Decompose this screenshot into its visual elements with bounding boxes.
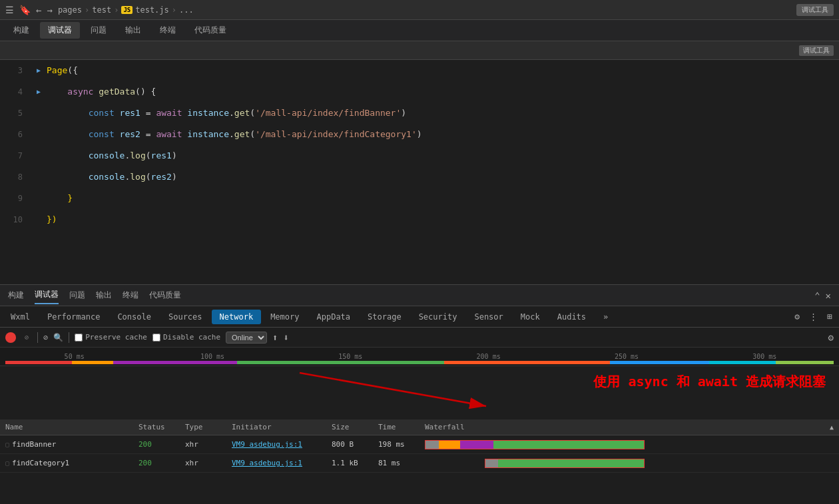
network-tab-performance[interactable]: Performance xyxy=(39,310,108,324)
row-findcategory1-status: 200 xyxy=(139,459,185,467)
network-tab-appdata[interactable]: AppData xyxy=(308,310,358,324)
preserve-cache-text: Preserve cache xyxy=(85,333,147,342)
toolbar-separator-2 xyxy=(69,332,69,343)
table-header: Name Status Type Initiator Size Time Wat… xyxy=(0,419,839,435)
row-findcategory1-name: ▢ findCategory1 xyxy=(5,459,139,467)
row-findbanner-type: xhr xyxy=(185,440,232,449)
table-row-findbanner[interactable]: ▢ findBanner 200 xhr VM9 asdebug.js:1 80… xyxy=(0,435,839,454)
more-options-icon[interactable]: ⋮ xyxy=(805,309,822,324)
tab-code-quality[interactable]: 代码质量 xyxy=(186,22,234,39)
row-findbanner-time: 198 ms xyxy=(378,440,425,449)
disable-cache-label[interactable]: Disable cache xyxy=(152,333,220,342)
breadcrumb-more[interactable]: ... xyxy=(179,5,194,15)
network-table: Name Status Type Initiator Size Time Wat… xyxy=(0,419,839,504)
panel-minimize-icon[interactable]: ⌃ xyxy=(814,290,820,301)
disable-cache-text: Disable cache xyxy=(163,333,220,342)
network-tab-more[interactable]: » xyxy=(595,310,616,324)
col-header-type: Type xyxy=(185,423,232,431)
upload-icon[interactable]: ⬆ xyxy=(272,332,278,343)
network-tab-mock[interactable]: Mock xyxy=(513,310,548,324)
network-tab-console[interactable]: Console xyxy=(109,310,159,324)
breadcrumb-pages[interactable]: pages xyxy=(58,5,82,15)
code-lines: 3 ▶ Page({ 4 ▶ async getData() { 5 const… xyxy=(0,60,839,230)
panel-close-icon[interactable]: ✕ xyxy=(826,290,831,301)
line-number-10: 10 xyxy=(0,209,33,230)
panel-tab-build[interactable]: 构建 xyxy=(8,287,24,304)
network-tab-sensor[interactable]: Sensor xyxy=(466,310,511,324)
editor-top-bar: 调试工具 xyxy=(0,41,839,60)
search-icon[interactable]: 🔍 xyxy=(53,333,63,342)
row-findcategory1-initiator[interactable]: VM9 asdebug.js:1 xyxy=(232,459,332,467)
network-tab-memory[interactable]: Memory xyxy=(262,310,307,324)
preserve-cache-label[interactable]: Preserve cache xyxy=(75,333,147,342)
preserve-cache-checkbox[interactable] xyxy=(75,334,83,342)
filter-icon[interactable]: ⊘ xyxy=(43,333,48,342)
line-marker-4[interactable]: ▶ xyxy=(33,81,44,103)
row-findcategory1-type: xhr xyxy=(185,459,232,467)
download-icon[interactable]: ⬇ xyxy=(283,332,288,343)
forward-icon[interactable]: → xyxy=(47,5,52,15)
panel-tab-issues[interactable]: 问题 xyxy=(69,287,85,304)
toolbar-gear-icon[interactable]: ⚙ xyxy=(828,332,834,343)
editor-top-badge: 调试工具 xyxy=(799,45,834,56)
line-content-6: const res2 = await instance.get('/mall-a… xyxy=(44,124,839,145)
breadcrumb-testjs[interactable]: test.js xyxy=(135,5,169,15)
network-tab-network[interactable]: Network xyxy=(212,310,262,324)
line-content-7: console.log(res1) xyxy=(44,145,839,166)
tab-terminal[interactable]: 终端 xyxy=(152,22,184,39)
code-line-10: 10 }) xyxy=(0,209,839,230)
code-line-6: 6 const res2 = await instance.get('/mall… xyxy=(0,124,839,145)
line-number-8: 8 xyxy=(0,166,33,188)
network-tab-sources[interactable]: Sources xyxy=(160,310,210,324)
timeline-100ms: 100 ms xyxy=(143,353,281,360)
dock-icon[interactable]: ⊞ xyxy=(823,309,836,324)
line-number-9: 9 xyxy=(0,188,33,209)
online-select[interactable]: Online xyxy=(226,332,267,344)
annotation-area: 使用 async 和 await 造成请求阻塞 xyxy=(0,366,839,419)
line-number-6: 6 xyxy=(0,124,33,145)
debugger-tabs-bar: 构建 调试器 问题 输出 终端 代码质量 xyxy=(0,20,839,41)
line-content-9: } xyxy=(44,188,839,209)
line-content-3: Page({ xyxy=(44,60,839,81)
network-tab-wxml[interactable]: Wxml xyxy=(3,310,38,324)
timeline-250ms: 250 ms xyxy=(557,353,695,360)
panel-tab-output[interactable]: 输出 xyxy=(96,287,112,304)
panel-tab-terminal[interactable]: 终端 xyxy=(123,287,139,304)
panel-header-actions: ⌃ ✕ xyxy=(814,290,831,301)
network-tab-audits[interactable]: Audits xyxy=(549,310,594,324)
line-number-5: 5 xyxy=(0,103,33,124)
code-line-7: 7 console.log(res1) xyxy=(0,145,839,166)
timeline-200ms: 200 ms xyxy=(420,353,557,360)
toolbar-separator-1 xyxy=(37,332,38,343)
line-marker-3[interactable]: ▶ xyxy=(33,60,44,81)
top-right-badge: 调试工具 xyxy=(796,4,834,16)
network-toolbar: ⊘ ⊘ 🔍 Preserve cache Disable cache Onlin… xyxy=(0,328,839,348)
col-header-initiator: Initiator xyxy=(232,423,332,431)
timeline-50ms: 50 ms xyxy=(5,353,143,360)
panel-tab-debugger[interactable]: 调试器 xyxy=(35,286,59,304)
network-tab-storage[interactable]: Storage xyxy=(360,310,410,324)
settings-icon[interactable]: ⚙ xyxy=(790,309,804,324)
row-findbanner-waterfall xyxy=(425,435,834,453)
tab-build[interactable]: 构建 xyxy=(5,22,37,39)
menu-icon[interactable]: ☰ xyxy=(5,5,14,15)
col-header-name: Name xyxy=(5,423,139,431)
stop-button[interactable]: ⊘ xyxy=(21,332,32,343)
tab-output[interactable]: 输出 xyxy=(117,22,149,39)
back-icon[interactable]: ← xyxy=(36,5,41,15)
disable-cache-checkbox[interactable] xyxy=(152,334,160,342)
tab-issues[interactable]: 问题 xyxy=(83,22,115,39)
table-row-findcategory1[interactable]: ▢ findCategory1 200 xhr VM9 asdebug.js:1… xyxy=(0,454,839,473)
line-content-10: }) xyxy=(44,209,839,230)
record-button[interactable] xyxy=(5,332,16,343)
waterfall-sort-icon[interactable]: ▲ xyxy=(830,423,834,431)
bookmark-icon[interactable]: 🔖 xyxy=(19,5,31,15)
breadcrumb-test[interactable]: test xyxy=(92,5,111,15)
panel-tab-code-quality[interactable]: 代码质量 xyxy=(149,287,181,304)
row-findbanner-initiator[interactable]: VM9 asdebug.js:1 xyxy=(232,440,332,449)
breadcrumb: pages › test › JS test.js › ... xyxy=(58,5,194,15)
js-file-icon: JS xyxy=(121,6,133,14)
row-findcategory1-size: 1.1 kB xyxy=(332,459,378,467)
network-tab-security[interactable]: Security xyxy=(411,310,465,324)
tab-debugger[interactable]: 调试器 xyxy=(40,22,80,39)
